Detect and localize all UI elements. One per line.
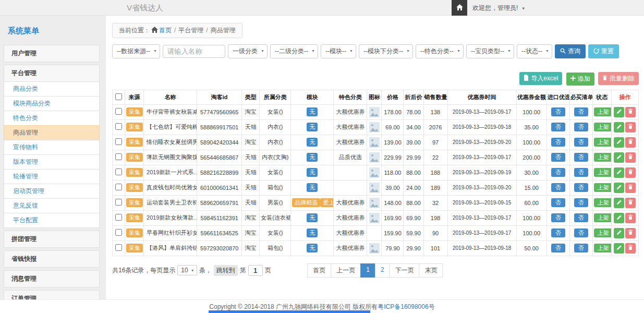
per-page-select[interactable]: 10 ▼	[177, 265, 197, 275]
row-checkbox[interactable]	[115, 214, 122, 221]
reset-button[interactable]: 重置	[588, 44, 619, 58]
delete-button[interactable]	[625, 243, 636, 254]
module-badge[interactable]: 无	[307, 213, 318, 223]
must-buy-toggle[interactable]: 否	[574, 228, 588, 238]
row-checkbox[interactable]	[115, 168, 122, 175]
sidebar-item-轮播管理[interactable]: 轮播管理	[4, 169, 100, 184]
edit-button[interactable]	[614, 183, 624, 193]
page-button-下一页[interactable]: 下一页	[390, 263, 420, 278]
status-badge[interactable]: 上架	[594, 123, 612, 132]
jump-page-input[interactable]	[248, 265, 263, 276]
sidebar-item-消息管理[interactable]: 消息管理	[4, 270, 100, 287]
filter-select[interactable]: --状态--▼	[517, 44, 552, 58]
filter-select[interactable]: --特色分类--▼	[416, 44, 464, 58]
delete-button[interactable]	[625, 228, 636, 238]
must-buy-toggle[interactable]: 否	[574, 213, 588, 223]
status-badge[interactable]: 上架	[594, 183, 612, 192]
import-optional-toggle[interactable]: 否	[551, 244, 565, 253]
batch-delete-button[interactable]: 批量删除	[598, 72, 639, 85]
must-buy-toggle[interactable]: 否	[574, 244, 588, 253]
import-optional-toggle[interactable]: 否	[551, 153, 565, 162]
row-checkbox[interactable]	[115, 138, 122, 145]
sidebar-item-商品分类[interactable]: 商品分类	[4, 81, 100, 97]
filter-select[interactable]: --模块下分类--▼	[359, 44, 413, 58]
filter-select[interactable]: --数据来源--▼	[112, 44, 160, 58]
query-button[interactable]: 查询	[555, 44, 586, 58]
delete-button[interactable]	[625, 152, 636, 163]
filter-select[interactable]: --二级分类--▼	[270, 44, 318, 58]
delete-button[interactable]	[625, 167, 636, 178]
edit-button[interactable]	[614, 228, 624, 238]
edit-button[interactable]	[614, 137, 624, 148]
sidebar-item-意见反馈[interactable]: 意见反馈	[4, 198, 100, 213]
sidebar-item-宣传物料[interactable]: 宣传物料	[4, 140, 100, 155]
page-button-首页[interactable]: 首页	[307, 263, 331, 278]
row-checkbox[interactable]	[115, 244, 122, 251]
sidebar-item-平台管理[interactable]: 平台管理	[4, 65, 100, 82]
import-optional-toggle[interactable]: 否	[551, 138, 565, 147]
edit-button[interactable]	[614, 152, 624, 163]
status-badge[interactable]: 上架	[594, 213, 612, 223]
icp-link[interactable]: 粤ICP备16098006号	[378, 303, 434, 310]
module-badge[interactable]: 无	[307, 153, 318, 162]
must-buy-toggle[interactable]: 否	[574, 138, 588, 147]
row-checkbox[interactable]	[115, 108, 122, 115]
import-optional-toggle[interactable]: 否	[551, 123, 565, 132]
import-excel-button[interactable]: 导入excel	[519, 72, 562, 85]
module-badge[interactable]: 无	[307, 228, 318, 238]
import-optional-toggle[interactable]: 否	[551, 198, 565, 208]
filter-select[interactable]: 一级分类▼	[228, 44, 268, 58]
must-buy-toggle[interactable]: 否	[574, 123, 588, 132]
module-badge[interactable]: 无	[307, 107, 318, 117]
import-optional-toggle[interactable]: 否	[551, 183, 565, 192]
delete-button[interactable]	[625, 137, 636, 148]
status-badge[interactable]: 上架	[594, 244, 612, 253]
module-badge[interactable]: 无	[307, 168, 318, 177]
edit-button[interactable]	[614, 167, 624, 178]
filter-select[interactable]: --宝贝类型--▼	[466, 44, 514, 58]
import-optional-toggle[interactable]: 否	[551, 107, 565, 117]
sidebar-item-模块商品分类[interactable]: 模块商品分类	[4, 96, 100, 111]
status-badge[interactable]: 上架	[594, 138, 612, 147]
page-button-末页[interactable]: 末页	[419, 263, 443, 278]
delete-button[interactable]	[625, 213, 636, 223]
must-buy-toggle[interactable]: 否	[574, 107, 588, 117]
module-badge[interactable]: 无	[307, 138, 318, 147]
must-buy-toggle[interactable]: 否	[574, 183, 588, 192]
page-button-上一页[interactable]: 上一页	[331, 263, 361, 278]
must-buy-toggle[interactable]: 否	[574, 153, 588, 162]
select-all-checkbox[interactable]	[115, 93, 122, 100]
name-search-input[interactable]	[163, 45, 225, 58]
delete-button[interactable]	[625, 122, 636, 133]
row-checkbox[interactable]	[115, 199, 122, 206]
import-optional-toggle[interactable]: 否	[551, 228, 565, 238]
status-badge[interactable]: 上架	[594, 153, 612, 162]
jump-button[interactable]: 跳转到	[214, 265, 238, 276]
sidebar-item-商品管理[interactable]: 商品管理	[4, 125, 100, 140]
add-button[interactable]: 添加	[566, 73, 594, 86]
sidebar-item-拼团管理[interactable]: 拼团管理	[4, 231, 100, 248]
filter-select[interactable]: --模块--▼	[321, 44, 356, 58]
edit-button[interactable]	[614, 198, 624, 208]
status-badge[interactable]: 上架	[594, 228, 612, 238]
row-checkbox[interactable]	[115, 123, 122, 130]
import-optional-toggle[interactable]: 否	[551, 168, 565, 177]
edit-button[interactable]	[614, 107, 624, 117]
module-badge[interactable]: 无	[307, 183, 318, 192]
module-badge[interactable]: 无	[307, 244, 318, 253]
delete-button[interactable]	[625, 183, 636, 193]
sidebar-item-省钱快报[interactable]: 省钱快报	[4, 250, 100, 268]
page-button-2[interactable]: 2	[375, 263, 390, 278]
edit-button[interactable]	[614, 243, 624, 254]
row-checkbox[interactable]	[115, 229, 122, 236]
must-buy-toggle[interactable]: 否	[574, 198, 588, 208]
edit-button[interactable]	[614, 122, 624, 133]
sidebar-item-特色分类[interactable]: 特色分类	[4, 111, 100, 126]
must-buy-toggle[interactable]: 否	[574, 168, 588, 177]
edit-button[interactable]	[614, 213, 624, 223]
user-dropdown[interactable]: 欢迎您，管理员! ▼	[472, 0, 526, 17]
status-badge[interactable]: 上架	[594, 198, 612, 208]
breadcrumb-home-link[interactable]: 首页	[159, 27, 172, 34]
page-button-1[interactable]: 1	[360, 263, 375, 278]
sidebar-item-平台配置[interactable]: 平台配置	[4, 213, 100, 228]
